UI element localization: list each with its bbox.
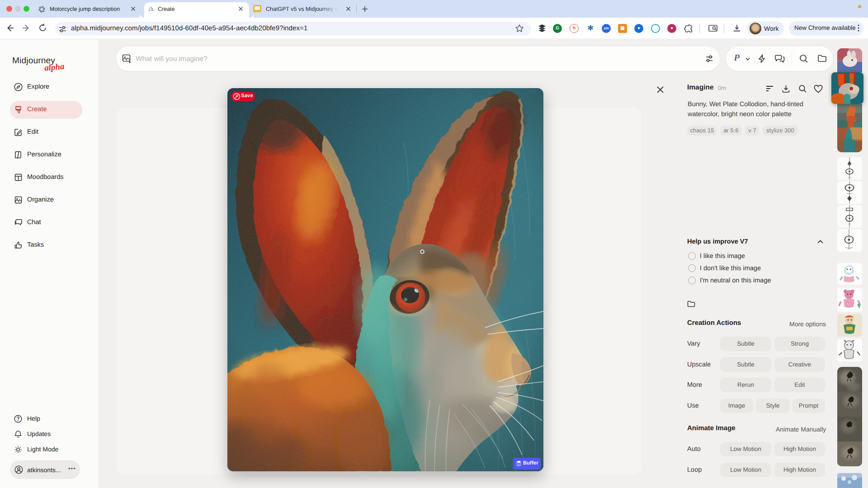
svg-text:alpha: alpha [44,62,65,73]
